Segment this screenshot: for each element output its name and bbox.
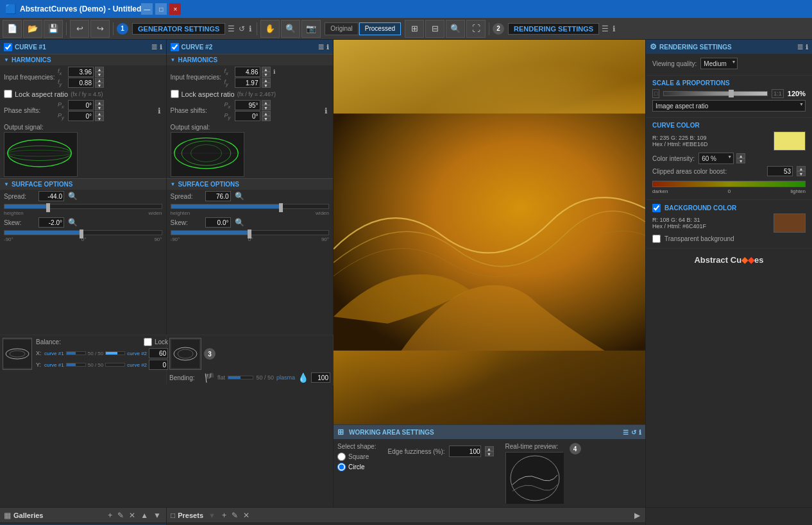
balance-x-input[interactable] (149, 348, 168, 358)
bg-color-enable-checkbox[interactable] (652, 204, 661, 212)
curve2-info-icon[interactable]: ℹ (326, 44, 329, 51)
curve1-phase-info[interactable]: ℹ (156, 106, 162, 115)
image-aspect-select[interactable]: Image aspect ratio (652, 100, 806, 112)
curve2-fx-up[interactable]: ▲ (262, 67, 271, 72)
galleries-nav-down[interactable]: ▼ (152, 511, 162, 520)
curve2-phase-info[interactable]: ℹ (323, 106, 329, 115)
curve2-px-input[interactable] (235, 100, 260, 110)
generator-info-button[interactable]: ℹ (248, 24, 253, 33)
curve1-enable-checkbox[interactable] (4, 43, 12, 51)
curve1-px-down[interactable]: ▼ (95, 105, 104, 110)
square-radio[interactable] (337, 453, 346, 461)
curve2-fx-input[interactable] (235, 67, 260, 77)
curve2-fy-input[interactable] (235, 78, 260, 88)
original-view-button[interactable]: Original (325, 22, 358, 35)
curve2-px-up[interactable]: ▲ (262, 100, 271, 105)
compare-btn1[interactable]: ⊞ (405, 20, 424, 38)
redo-button[interactable]: ↪ (90, 20, 110, 38)
processed-view-button[interactable]: Processed (359, 22, 401, 35)
balance-x-slider2[interactable] (105, 351, 125, 355)
right-panel-menu[interactable]: ☰ (797, 44, 803, 51)
presets-edit-btn[interactable]: ✎ (230, 511, 239, 520)
working-area-info[interactable]: ℹ (639, 429, 641, 436)
presets-delete-btn[interactable]: ✕ (242, 511, 251, 520)
image-view[interactable] (334, 40, 645, 424)
presets-arrow-right[interactable]: ▶ (633, 511, 641, 520)
maximize-button[interactable]: □ (155, 3, 167, 15)
curve1-py-input[interactable] (68, 111, 94, 121)
generator-menu-button[interactable]: ☰ (226, 24, 236, 33)
curve1-px-input[interactable] (68, 100, 94, 110)
curve2-skew-info[interactable]: 🔍 (233, 218, 246, 227)
galleries-add-btn[interactable]: + (106, 511, 114, 520)
color-intensity-up[interactable]: ▲ (736, 153, 745, 158)
open-button[interactable]: 📂 (23, 20, 42, 38)
curve1-fx-input[interactable] (68, 67, 94, 77)
window-controls[interactable]: — □ × (141, 3, 181, 15)
working-area-reset[interactable]: ↺ (631, 429, 636, 436)
curve1-surface-header[interactable]: SURFACE OPTIONS (0, 178, 166, 190)
curve2-py-input[interactable] (235, 111, 260, 121)
curve1-px-up[interactable]: ▲ (95, 100, 104, 105)
bending-slider[interactable] (228, 376, 253, 379)
curve1-spread-slider[interactable] (4, 204, 162, 209)
bg-color-swatch[interactable] (774, 213, 806, 233)
galleries-edit-btn[interactable]: ✎ (116, 511, 125, 520)
compare-btn2[interactable]: ⊟ (425, 20, 444, 38)
curve2-surface-header[interactable]: SURFACE OPTIONS (167, 178, 334, 190)
viewing-quality-select[interactable]: Medium High Low (700, 58, 738, 69)
close-button[interactable]: × (169, 3, 181, 15)
curve2-fx-extra[interactable]: ℹ (272, 69, 276, 75)
curve2-fy-up[interactable]: ▲ (262, 78, 271, 83)
edge-fuzziness-input[interactable] (449, 446, 481, 457)
fullscreen-btn[interactable]: ⛶ (466, 20, 486, 38)
balance-y-slider2[interactable] (105, 363, 125, 367)
curve1-fx-up[interactable]: ▲ (95, 67, 104, 72)
curve1-skew-input[interactable] (38, 217, 64, 228)
curve1-skew-slider[interactable] (4, 230, 162, 235)
color-intensity-select[interactable]: 60 % (698, 153, 734, 164)
balance-y-slider[interactable] (66, 363, 86, 367)
working-area-menu[interactable]: ☰ (623, 429, 629, 436)
rendering-menu-button[interactable]: ☰ (600, 24, 610, 33)
color-intensity-down[interactable]: ▼ (736, 158, 745, 163)
presets-add-btn[interactable]: + (221, 511, 228, 520)
curve2-px-down[interactable]: ▼ (262, 105, 271, 110)
balance-x-slider[interactable] (66, 351, 86, 355)
curve2-spread-input[interactable] (205, 191, 231, 201)
balance-lock-checkbox[interactable] (144, 338, 152, 346)
curve1-harmonics-header[interactable]: HARMONICS (0, 54, 166, 65)
curve2-skew-slider[interactable] (171, 230, 330, 235)
curve1-fy-up[interactable]: ▲ (95, 78, 104, 83)
curve1-menu-icon[interactable]: ☰ (151, 44, 157, 51)
curve1-py-up[interactable]: ▲ (95, 111, 104, 116)
camera-button[interactable]: 📷 (301, 20, 321, 38)
transparent-bg-checkbox[interactable] (652, 235, 661, 243)
galleries-nav-up[interactable]: ▲ (139, 511, 149, 520)
undo-button[interactable]: ↩ (70, 20, 89, 38)
rendering-info-button[interactable]: ℹ (611, 24, 617, 33)
bending-num-input[interactable] (311, 372, 330, 383)
minimize-button[interactable]: — (141, 3, 153, 15)
curve2-enable-checkbox[interactable] (171, 43, 179, 51)
curve2-skew-input[interactable] (205, 217, 231, 228)
balance-y-input[interactable] (149, 360, 168, 370)
clipped-up[interactable]: ▲ (797, 166, 806, 171)
save-button[interactable]: 💾 (44, 20, 63, 38)
curve2-fx-down[interactable]: ▼ (262, 72, 271, 77)
zoom-tool-button[interactable]: 🔍 (281, 20, 300, 38)
curve1-py-down[interactable]: ▼ (95, 116, 104, 121)
curve1-skew-info[interactable]: 🔍 (67, 218, 79, 227)
clipped-areas-input[interactable] (767, 166, 793, 176)
darken-lighten-gradient[interactable] (652, 181, 806, 187)
generator-reset-button[interactable]: ↺ (237, 24, 246, 33)
edge-up[interactable]: ▲ (485, 446, 494, 451)
new-button[interactable]: 📄 (3, 20, 22, 38)
curve1-lock-checkbox[interactable] (4, 90, 12, 98)
edge-down[interactable]: ▼ (485, 451, 494, 456)
circle-radio[interactable] (337, 463, 346, 471)
curve2-spread-info[interactable]: 🔍 (233, 192, 246, 201)
curve1-info-icon[interactable]: ℹ (160, 44, 162, 51)
curve2-spread-slider[interactable] (171, 204, 330, 209)
curve-color-swatch[interactable] (774, 131, 806, 151)
